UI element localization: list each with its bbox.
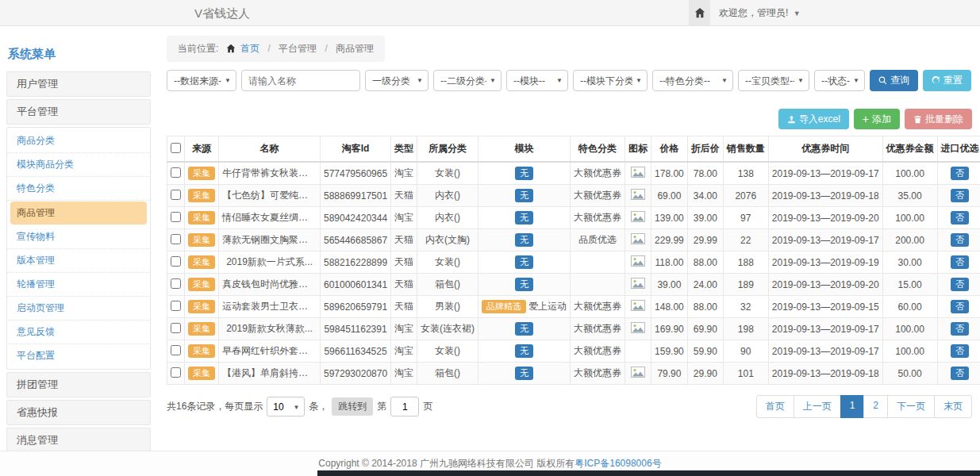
breadcrumb-prefix: 当前位置: xyxy=(178,43,218,54)
sidebar-subitem-7[interactable]: 启动页管理 xyxy=(7,297,150,321)
row-checkbox[interactable] xyxy=(171,212,181,222)
name-input[interactable] xyxy=(241,70,360,91)
reset-button[interactable]: 重置 xyxy=(923,70,971,91)
page-2-button[interactable]: 2 xyxy=(863,395,888,418)
first-page-button[interactable]: 首页 xyxy=(756,395,794,418)
module-cell: 无 xyxy=(478,207,571,229)
prev-page-button[interactable]: 上一页 xyxy=(794,395,841,418)
row-checkbox[interactable] xyxy=(171,345,181,355)
module-cell: 品牌精选爱上运动 xyxy=(478,296,571,318)
discount-price: 29.99 xyxy=(687,229,723,251)
sidebar-group-bottom-1[interactable]: 省惠快报 xyxy=(6,400,151,425)
row-checkbox[interactable] xyxy=(171,167,181,178)
item-type-select[interactable]: --宝贝类型-- xyxy=(738,70,809,91)
row-checkbox[interactable] xyxy=(171,367,181,378)
icp-link[interactable]: 粤ICP备16098006号 xyxy=(575,458,661,469)
select-all-checkbox[interactable] xyxy=(171,143,181,153)
row-checkbox[interactable] xyxy=(171,301,181,311)
product-category: 内衣() xyxy=(417,185,478,207)
taoke-id: 588216228899 xyxy=(321,251,391,274)
row-checkbox[interactable] xyxy=(171,323,181,333)
imported-badge[interactable]: 否 xyxy=(951,367,969,380)
taoke-id: 598451162391 xyxy=(321,318,391,340)
price: 139.00 xyxy=(651,207,688,229)
sidebar-group-1[interactable]: 平台管理 xyxy=(6,99,151,125)
coupon-amount: 100.00 xyxy=(882,340,937,363)
feature-category xyxy=(571,274,625,296)
sidebar-subitem-2[interactable]: 特色分类 xyxy=(7,177,150,201)
product-type: 淘宝 xyxy=(391,340,417,363)
records-summary: 共16条记录，每页显示 xyxy=(167,400,263,413)
add-button[interactable]: + 添加 xyxy=(854,109,900,129)
status-select[interactable]: --状态-- xyxy=(814,70,865,91)
bottom-dark-strip xyxy=(317,470,980,476)
next-page-button[interactable]: 下一页 xyxy=(887,395,935,418)
jump-prefix: 第 xyxy=(377,400,386,413)
feature-category: 大额优惠券 xyxy=(571,162,625,185)
row-checkbox[interactable] xyxy=(171,234,181,244)
search-button[interactable]: 查询 xyxy=(870,70,918,91)
module-cell: 无 xyxy=(478,318,571,340)
sidebar-subitem-3[interactable]: 商品管理 xyxy=(10,202,147,225)
breadcrumb-home-link[interactable]: 首页 xyxy=(240,43,259,54)
page-number-input[interactable] xyxy=(390,397,419,416)
imported-badge[interactable]: 否 xyxy=(951,322,969,336)
source-badge: 采集 xyxy=(188,300,215,313)
last-page-button[interactable]: 末页 xyxy=(934,395,972,418)
imported-badge[interactable]: 否 xyxy=(951,167,969,180)
product-type: 淘宝 xyxy=(391,363,417,385)
module-subcategory-select[interactable]: --模块下分类-- xyxy=(573,70,648,91)
sidebar-subitem-8[interactable]: 意见反馈 xyxy=(7,321,150,344)
jump-button[interactable]: 跳转到 xyxy=(332,397,373,416)
imported-badge[interactable]: 否 xyxy=(951,278,969,291)
feature-category-select[interactable]: --特色分类-- xyxy=(652,70,733,91)
row-checkbox[interactable] xyxy=(171,256,181,267)
sidebar-subitem-1[interactable]: 模块商品分类 xyxy=(7,153,150,177)
home-icon xyxy=(694,7,705,18)
product-type: 天猫 xyxy=(391,274,417,296)
column-header-12: 优惠券金额 xyxy=(882,136,937,163)
home-button[interactable] xyxy=(689,0,710,25)
imported-badge[interactable]: 否 xyxy=(951,189,969,202)
sidebar-group-bottom-0[interactable]: 拼团管理 xyxy=(6,372,151,397)
per-page-select[interactable]: 10 xyxy=(267,397,305,416)
level1-category-select[interactable]: 一级分类 xyxy=(365,70,429,91)
coupon-time: 2019-09-13—2019-09-15 xyxy=(768,296,882,318)
sidebar-group-0[interactable]: 用户管理 xyxy=(6,71,151,97)
page-1-button[interactable]: 1 xyxy=(840,395,865,418)
imported-badge[interactable]: 否 xyxy=(951,233,969,247)
imported-badge[interactable]: 否 xyxy=(951,211,969,225)
sidebar-subitem-9[interactable]: 平台配置 xyxy=(7,344,150,367)
batch-delete-button[interactable]: 批量删除 xyxy=(905,109,972,129)
sidebar-subitem-0[interactable]: 商品分类 xyxy=(7,129,150,153)
sidebar-group-bottom-2[interactable]: 消息管理 xyxy=(6,428,151,453)
coupon-time: 2019-09-13—2019-09-17 xyxy=(768,340,882,363)
imported-badge[interactable]: 否 xyxy=(951,300,969,313)
breadcrumb-item: 平台管理 xyxy=(279,43,317,54)
taoke-id: 601000601341 xyxy=(321,274,391,296)
discount-price: 24.00 xyxy=(687,274,723,296)
plus-icon: + xyxy=(863,115,869,123)
imported-badge[interactable]: 否 xyxy=(951,255,969,269)
table-row: 采集真皮钱包时尚优雅女士...601000601341天猫箱包()无39.002… xyxy=(167,274,980,296)
import-excel-button[interactable]: 导入excel xyxy=(778,109,849,129)
main-content: 当前位置: 首页 / 平台管理 / 商品管理 --数据来源--▼一级分类▼--二… xyxy=(167,36,972,418)
sidebar: 系统菜单 用户管理平台管理 商品分类模块商品分类特色分类商品管理宣传物料版本管理… xyxy=(6,44,151,476)
row-checkbox[interactable] xyxy=(171,190,181,200)
product-category: 女装(连衣裙) xyxy=(417,318,478,340)
sidebar-subitem-5[interactable]: 版本管理 xyxy=(7,249,150,273)
level2-category-select[interactable]: --二级分类-- xyxy=(433,70,502,91)
sales-count: 2076 xyxy=(723,185,768,207)
sidebar-subitem-4[interactable]: 宣传物料 xyxy=(7,225,150,249)
feature-category: 品质优选 xyxy=(571,229,625,251)
table-row: 采集运动套装男士卫衣初秋...589620659791天猫男装()品牌精选爱上运… xyxy=(167,296,980,318)
image-thumbnail-icon xyxy=(631,233,645,244)
sidebar-subitem-6[interactable]: 轮播管理 xyxy=(7,273,150,297)
row-checkbox[interactable] xyxy=(171,278,181,289)
image-thumbnail-icon xyxy=(631,278,645,289)
user-menu[interactable]: 欢迎您，管理员! ▼ xyxy=(719,0,801,27)
data-source-select[interactable]: --数据来源-- xyxy=(167,70,236,91)
imported-badge[interactable]: 否 xyxy=(951,344,969,358)
coupon-time: 2019-09-13—2019-09-18 xyxy=(768,363,882,385)
module-select[interactable]: --模块-- xyxy=(506,70,568,91)
